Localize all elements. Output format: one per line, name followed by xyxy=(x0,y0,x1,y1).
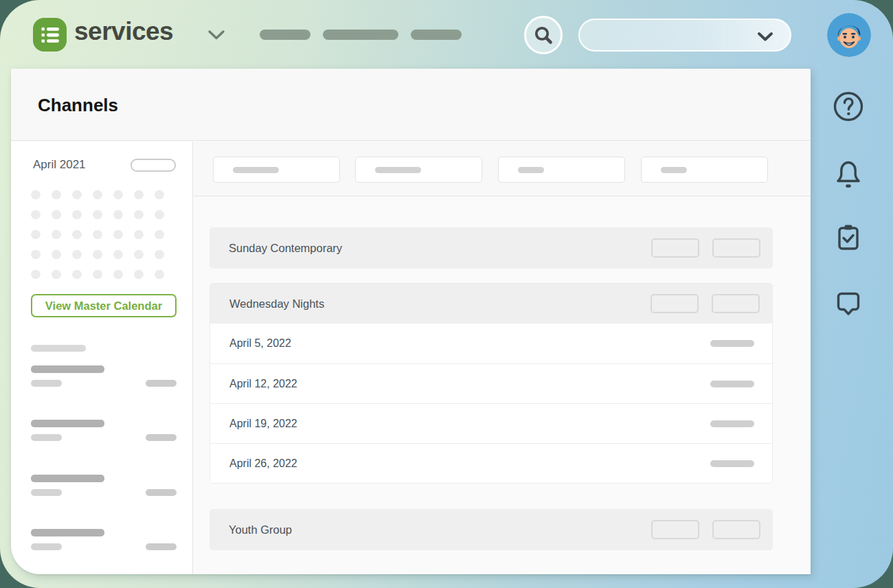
search-button[interactable] xyxy=(524,16,563,54)
list-icon xyxy=(40,25,60,45)
service-date-row[interactable]: April 12, 2022 xyxy=(210,363,772,403)
channel-row[interactable]: Sunday Contemporary xyxy=(210,227,773,269)
channel-action-button[interactable] xyxy=(651,238,699,258)
skeleton-text-bar xyxy=(31,380,62,387)
skeleton-text-bar xyxy=(146,543,177,550)
channel-action-button[interactable] xyxy=(712,294,760,313)
date-meta-placeholder xyxy=(710,340,754,347)
service-date: April 26, 2022 xyxy=(229,457,710,470)
filter-input[interactable] xyxy=(355,157,482,183)
calendar-month-label: April 2021 xyxy=(33,158,86,172)
month-nav-placeholder[interactable] xyxy=(131,159,176,172)
skeleton-text-bar xyxy=(31,434,62,441)
channel-action-button[interactable] xyxy=(712,520,760,539)
filter-input[interactable] xyxy=(213,157,340,183)
date-meta-placeholder xyxy=(710,420,754,427)
filter-input[interactable] xyxy=(641,157,768,183)
channel-action-button[interactable] xyxy=(651,520,699,539)
channel-group: Sunday Contemporary xyxy=(210,227,773,269)
panel-header: Channels xyxy=(11,69,811,141)
date-meta-placeholder xyxy=(710,460,754,467)
app-window: services xyxy=(0,0,893,588)
mini-calendar-grid xyxy=(25,185,170,285)
skeleton-title-bar xyxy=(31,475,104,482)
skeleton-text-bar xyxy=(31,345,86,352)
filter-input[interactable] xyxy=(498,157,625,183)
clipboard-check-icon xyxy=(832,221,865,254)
nav-item-placeholder[interactable] xyxy=(323,30,398,40)
channels-main: Sunday Contemporary Wednesday Nights xyxy=(194,142,811,574)
skeleton-title-bar xyxy=(31,529,104,536)
bell-icon xyxy=(832,157,865,190)
chevron-down-icon[interactable] xyxy=(207,30,225,41)
nav-item-placeholder[interactable] xyxy=(260,30,310,40)
service-date: April 12, 2022 xyxy=(229,378,710,390)
skeleton-title-bar xyxy=(31,420,104,427)
channel-row[interactable]: Wednesday Nights xyxy=(210,284,772,324)
channel-name: Wednesday Nights xyxy=(229,297,637,310)
channel-name: Youth Group xyxy=(229,523,638,536)
feedback-button[interactable] xyxy=(832,287,865,320)
skeleton-title-bar xyxy=(31,365,104,373)
date-meta-placeholder xyxy=(710,381,754,387)
placeholder-bar xyxy=(233,167,279,173)
service-date: April 19, 2022 xyxy=(229,418,710,430)
skeleton-text-bar xyxy=(31,543,62,550)
service-date: April 5, 2022 xyxy=(229,337,710,350)
app-name: services xyxy=(74,17,173,46)
placeholder-bar xyxy=(661,167,687,173)
help-button[interactable] xyxy=(832,90,865,123)
search-icon xyxy=(533,25,554,45)
skeleton-text-bar xyxy=(146,489,177,496)
nav-item-placeholder[interactable] xyxy=(411,30,462,40)
filter-bar xyxy=(194,142,811,196)
calendar-sidebar: April 2021 View Master Calendar xyxy=(11,142,193,574)
channel-action-button[interactable] xyxy=(651,294,699,313)
question-circle-icon xyxy=(832,90,865,123)
placeholder-bar xyxy=(518,167,544,173)
placeholder-bar xyxy=(375,167,421,173)
channel-list: Sunday Contemporary Wednesday Nights xyxy=(210,197,773,550)
account-dropdown[interactable] xyxy=(578,19,791,52)
service-date-row[interactable]: April 19, 2022 xyxy=(210,403,772,443)
tasks-button[interactable] xyxy=(832,221,865,254)
avatar[interactable] xyxy=(827,13,871,57)
service-date-row[interactable]: April 26, 2022 xyxy=(210,443,772,483)
skeleton-text-bar xyxy=(146,434,177,441)
channel-name: Sunday Contemporary xyxy=(229,242,638,255)
notifications-button[interactable] xyxy=(832,157,865,190)
channels-panel: Channels April 2021 View Master Calendar xyxy=(11,69,811,574)
skeleton-text-bar xyxy=(146,380,177,387)
chat-bubble-icon xyxy=(832,287,865,320)
skeleton-text-bar xyxy=(31,489,62,496)
view-master-calendar-button[interactable]: View Master Calendar xyxy=(31,294,177,317)
services-logo[interactable] xyxy=(33,18,67,52)
channel-group: Youth Group xyxy=(210,509,773,550)
channel-row[interactable]: Youth Group xyxy=(210,509,773,550)
page-title: Channels xyxy=(38,95,118,116)
chevron-down-icon xyxy=(757,32,773,42)
channel-group-expanded: Wednesday Nights April 5, 2022 April 12,… xyxy=(210,283,773,484)
channel-action-button[interactable] xyxy=(712,238,760,258)
service-date-row[interactable]: April 5, 2022 xyxy=(210,324,772,363)
app-background: services xyxy=(0,0,893,588)
